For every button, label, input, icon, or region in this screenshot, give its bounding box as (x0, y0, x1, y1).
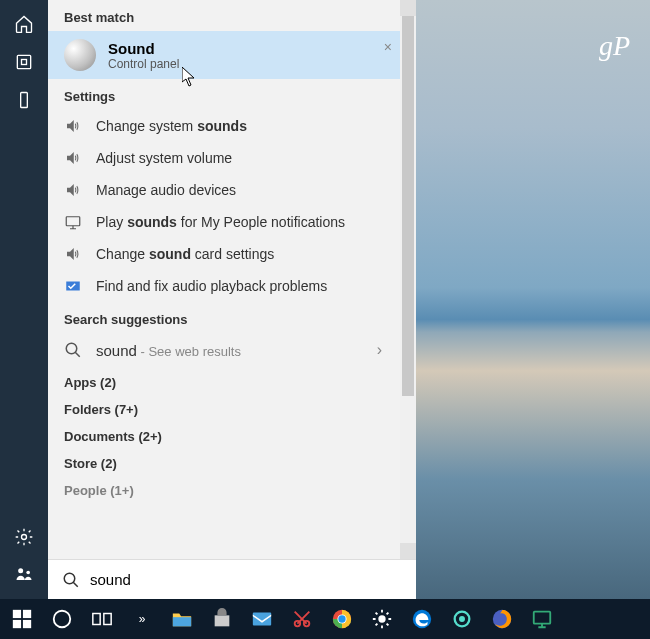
svg-point-3 (22, 535, 27, 540)
svg-rect-13 (23, 620, 31, 628)
category-store[interactable]: Store (2) (48, 448, 416, 475)
chrome-icon[interactable] (326, 603, 358, 635)
settings-item[interactable]: Find and fix audio playback problems (48, 270, 416, 302)
settings-item-label: Manage audio devices (96, 182, 236, 198)
app-icon[interactable] (446, 603, 478, 635)
chevron-right-icon: › (377, 341, 382, 359)
search-icon (64, 341, 82, 359)
web-result[interactable]: sound - See web results › (48, 333, 416, 367)
svg-point-28 (460, 617, 464, 621)
edge-icon[interactable] (406, 603, 438, 635)
more-icon[interactable]: » (126, 603, 158, 635)
apps-icon[interactable] (14, 52, 34, 72)
svg-rect-10 (13, 610, 21, 618)
store-icon[interactable] (206, 603, 238, 635)
scroll-thumb[interactable] (402, 16, 414, 396)
best-match-title: Sound (108, 40, 179, 57)
svg-point-5 (26, 571, 30, 575)
results-list: Best match Sound Control panel × Setting… (48, 0, 416, 559)
svg-point-24 (338, 615, 345, 622)
close-icon[interactable]: × (384, 39, 392, 55)
svg-point-8 (66, 343, 77, 354)
settings-item[interactable]: Play sounds for My People notifications (48, 206, 416, 238)
settings-item-label: Change system sounds (96, 118, 247, 134)
svg-rect-16 (104, 614, 111, 625)
svg-rect-12 (13, 620, 21, 628)
firefox-icon[interactable] (486, 603, 518, 635)
svg-rect-15 (93, 614, 100, 625)
settings-item-label: Adjust system volume (96, 150, 232, 166)
search-box[interactable] (48, 559, 416, 599)
troubleshoot-icon (64, 277, 82, 295)
best-match-subtitle: Control panel (108, 57, 179, 71)
snip-icon[interactable] (286, 603, 318, 635)
search-input[interactable] (90, 571, 402, 588)
search-icon (62, 571, 80, 589)
home-icon[interactable] (14, 14, 34, 34)
file-explorer-icon[interactable] (166, 603, 198, 635)
speaker-icon (64, 117, 82, 135)
svg-point-14 (54, 611, 71, 628)
settings-item[interactable]: Manage audio devices (48, 174, 416, 206)
mail-icon[interactable] (246, 603, 278, 635)
svg-rect-17 (253, 613, 271, 626)
feedback-icon[interactable] (14, 565, 34, 585)
settings-item[interactable]: Change system sounds (48, 110, 416, 142)
cortana-button[interactable] (46, 603, 78, 635)
brightness-icon[interactable] (366, 603, 398, 635)
start-rail (0, 0, 48, 599)
speaker-icon (64, 149, 82, 167)
category-folders[interactable]: Folders (7+) (48, 394, 416, 421)
svg-rect-11 (23, 610, 31, 618)
settings-item[interactable]: Adjust system volume (48, 142, 416, 174)
settings-icon[interactable] (14, 527, 34, 547)
search-panel: Best match Sound Control panel × Setting… (48, 0, 416, 599)
taskbar: » (0, 599, 650, 639)
speaker-icon (64, 245, 82, 263)
web-term: sound (96, 342, 137, 359)
category-documents[interactable]: Documents (2+) (48, 421, 416, 448)
category-people[interactable]: People (1+) (48, 475, 416, 502)
settings-item[interactable]: Change sound card settings (48, 238, 416, 270)
svg-rect-6 (66, 217, 80, 226)
device-icon[interactable] (14, 90, 34, 110)
category-apps[interactable]: Apps (2) (48, 367, 416, 394)
best-match-result[interactable]: Sound Control panel × (48, 31, 416, 79)
settings-item-label: Change sound card settings (96, 246, 274, 262)
svg-point-9 (64, 573, 75, 584)
watermark: gP (599, 30, 630, 62)
start-button[interactable] (6, 603, 38, 635)
web-sub: - See web results (137, 344, 241, 359)
svg-rect-1 (22, 60, 27, 65)
sound-icon (64, 39, 96, 71)
best-match-header: Best match (48, 0, 416, 31)
scrollbar[interactable] (400, 0, 416, 559)
task-view-button[interactable] (86, 603, 118, 635)
monitor-icon (64, 213, 82, 231)
svg-rect-2 (21, 93, 28, 108)
svg-rect-0 (17, 55, 30, 68)
settings-header: Settings (48, 79, 416, 110)
settings-item-label: Find and fix audio playback problems (96, 278, 327, 294)
settings-item-label: Play sounds for My People notifications (96, 214, 345, 230)
svg-rect-30 (534, 612, 551, 624)
suggestions-header: Search suggestions (48, 302, 416, 333)
speaker-icon (64, 181, 82, 199)
svg-point-25 (378, 615, 385, 622)
svg-point-4 (18, 568, 23, 573)
monitor-icon[interactable] (526, 603, 558, 635)
